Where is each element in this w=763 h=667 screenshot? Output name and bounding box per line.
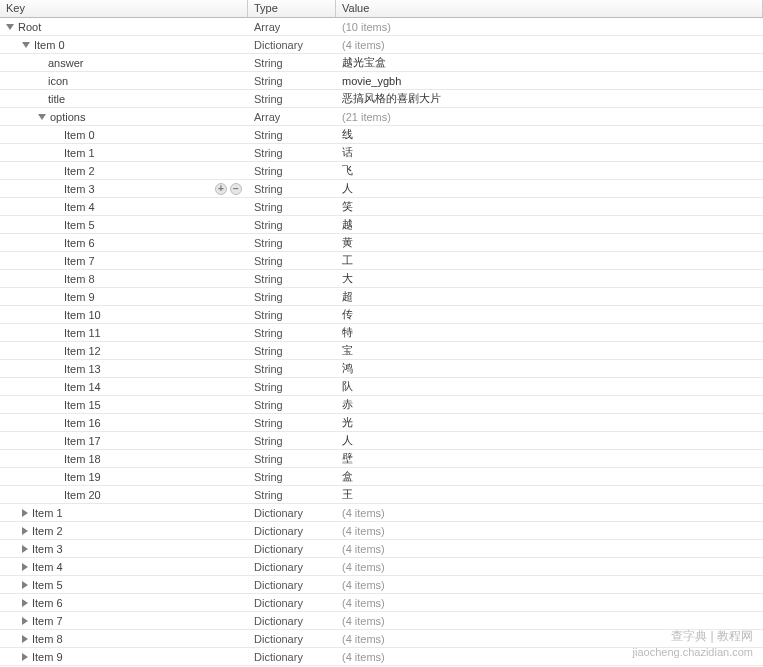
key-cell[interactable]: Item 2	[0, 525, 248, 537]
table-row[interactable]: titleString恶搞风格的喜剧大片	[0, 90, 763, 108]
table-row[interactable]: Item 16String光	[0, 414, 763, 432]
value-cell[interactable]: 鸿	[336, 361, 763, 376]
key-cell[interactable]: title	[0, 93, 248, 105]
value-cell[interactable]: 光	[336, 415, 763, 430]
type-cell[interactable]: String	[248, 309, 336, 321]
table-row[interactable]: Item 8String大	[0, 270, 763, 288]
key-cell[interactable]: Item 8	[0, 273, 248, 285]
type-cell[interactable]: Dictionary	[248, 633, 336, 645]
type-cell[interactable]: String	[248, 363, 336, 375]
key-cell[interactable]: Item 3+−	[0, 183, 248, 195]
table-row[interactable]: Item 13String鸿	[0, 360, 763, 378]
type-cell[interactable]: Dictionary	[248, 579, 336, 591]
table-row[interactable]: Item 9String超	[0, 288, 763, 306]
table-row[interactable]: Item 4String笑	[0, 198, 763, 216]
key-cell[interactable]: Item 7	[0, 615, 248, 627]
key-cell[interactable]: Item 2	[0, 165, 248, 177]
disclosure-closed-icon[interactable]	[22, 581, 28, 589]
key-cell[interactable]: Item 9	[0, 651, 248, 663]
value-cell[interactable]: 传	[336, 307, 763, 322]
disclosure-closed-icon[interactable]	[22, 545, 28, 553]
key-cell[interactable]: Item 7	[0, 255, 248, 267]
key-cell[interactable]: Item 13	[0, 363, 248, 375]
disclosure-closed-icon[interactable]	[22, 527, 28, 535]
type-cell[interactable]: Dictionary	[248, 525, 336, 537]
table-row[interactable]: Item 19String盒	[0, 468, 763, 486]
key-cell[interactable]: Root	[0, 21, 248, 33]
key-cell[interactable]: answer	[0, 57, 248, 69]
key-cell[interactable]: Item 14	[0, 381, 248, 393]
key-cell[interactable]: options	[0, 111, 248, 123]
table-row[interactable]: Item 11String特	[0, 324, 763, 342]
value-cell[interactable]: 宝	[336, 343, 763, 358]
type-cell[interactable]: String	[248, 93, 336, 105]
type-cell[interactable]: Dictionary	[248, 39, 336, 51]
type-cell[interactable]: String	[248, 435, 336, 447]
key-cell[interactable]: Item 5	[0, 219, 248, 231]
value-cell[interactable]: 赤	[336, 397, 763, 412]
type-cell[interactable]: String	[248, 381, 336, 393]
table-row[interactable]: iconStringmovie_ygbh	[0, 72, 763, 90]
key-cell[interactable]: Item 6	[0, 597, 248, 609]
value-cell[interactable]: 线	[336, 127, 763, 142]
table-row[interactable]: Item 20String王	[0, 486, 763, 504]
table-row[interactable]: Item 17String人	[0, 432, 763, 450]
type-cell[interactable]: String	[248, 327, 336, 339]
table-row[interactable]: Item 2Dictionary(4 items)	[0, 522, 763, 540]
table-row[interactable]: Item 0Dictionary(4 items)	[0, 36, 763, 54]
disclosure-closed-icon[interactable]	[22, 599, 28, 607]
value-cell[interactable]: 笑	[336, 199, 763, 214]
key-cell[interactable]: Item 5	[0, 579, 248, 591]
value-cell[interactable]: 特	[336, 325, 763, 340]
key-cell[interactable]: icon	[0, 75, 248, 87]
type-cell[interactable]: Dictionary	[248, 507, 336, 519]
key-cell[interactable]: Item 8	[0, 633, 248, 645]
table-row[interactable]: Item 12String宝	[0, 342, 763, 360]
value-cell[interactable]: 越	[336, 217, 763, 232]
type-cell[interactable]: String	[248, 273, 336, 285]
key-cell[interactable]: Item 17	[0, 435, 248, 447]
table-row[interactable]: Item 10String传	[0, 306, 763, 324]
type-cell[interactable]: Array	[248, 21, 336, 33]
type-cell[interactable]: String	[248, 399, 336, 411]
table-row[interactable]: Item 1Dictionary(4 items)	[0, 504, 763, 522]
value-cell[interactable]: 盒	[336, 469, 763, 484]
table-row[interactable]: Item 3+−String人	[0, 180, 763, 198]
disclosure-closed-icon[interactable]	[22, 635, 28, 643]
key-cell[interactable]: Item 6	[0, 237, 248, 249]
value-cell[interactable]: 人	[336, 433, 763, 448]
table-row[interactable]: Item 15String赤	[0, 396, 763, 414]
value-cell[interactable]: 恶搞风格的喜剧大片	[336, 91, 763, 106]
key-cell[interactable]: Item 19	[0, 471, 248, 483]
table-row[interactable]: Item 5Dictionary(4 items)	[0, 576, 763, 594]
key-cell[interactable]: Item 1	[0, 147, 248, 159]
table-row[interactable]: Item 14String队	[0, 378, 763, 396]
disclosure-open-icon[interactable]	[22, 42, 30, 48]
key-cell[interactable]: Item 20	[0, 489, 248, 501]
disclosure-closed-icon[interactable]	[22, 509, 28, 517]
value-cell[interactable]: 工	[336, 253, 763, 268]
table-row[interactable]: Item 7String工	[0, 252, 763, 270]
type-cell[interactable]: String	[248, 453, 336, 465]
key-cell[interactable]: Item 9	[0, 291, 248, 303]
type-cell[interactable]: Dictionary	[248, 651, 336, 663]
key-cell[interactable]: Item 0	[0, 129, 248, 141]
type-cell[interactable]: Array	[248, 111, 336, 123]
type-cell[interactable]: String	[248, 489, 336, 501]
type-cell[interactable]: String	[248, 237, 336, 249]
remove-row-button[interactable]: −	[230, 183, 242, 195]
type-cell[interactable]: String	[248, 219, 336, 231]
type-cell[interactable]: Dictionary	[248, 561, 336, 573]
key-cell[interactable]: Item 11	[0, 327, 248, 339]
disclosure-closed-icon[interactable]	[22, 617, 28, 625]
key-cell[interactable]: Item 18	[0, 453, 248, 465]
type-cell[interactable]: String	[248, 57, 336, 69]
type-cell[interactable]: Dictionary	[248, 543, 336, 555]
key-cell[interactable]: Item 10	[0, 309, 248, 321]
value-cell[interactable]: 飞	[336, 163, 763, 178]
type-cell[interactable]: String	[248, 255, 336, 267]
add-row-button[interactable]: +	[215, 183, 227, 195]
disclosure-open-icon[interactable]	[6, 24, 14, 30]
type-cell[interactable]: String	[248, 417, 336, 429]
table-row[interactable]: Item 5String越	[0, 216, 763, 234]
